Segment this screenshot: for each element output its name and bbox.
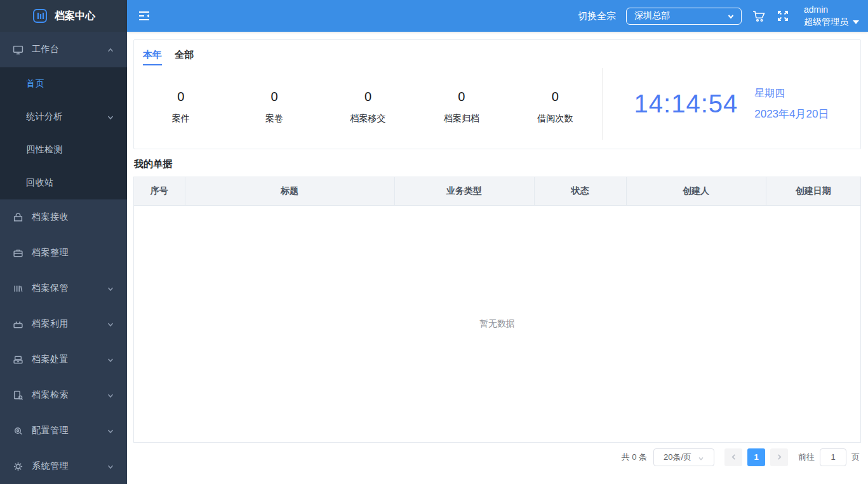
sidebar-item-label: 档案保管 (32, 283, 107, 294)
prev-page-button[interactable] (724, 448, 742, 466)
page-size-select[interactable]: 20条/页 (653, 448, 714, 466)
app-window: 档案中心 工作台 首页 (0, 0, 868, 484)
goto-page-input[interactable] (820, 448, 846, 466)
briefcase-icon (13, 248, 23, 259)
stats-row: 0 案件 0 案卷 0 档案移交 0 档案归档 (134, 65, 602, 149)
sidebar-item-archive-use[interactable]: 档案利用 (0, 306, 127, 342)
tab-this-year[interactable]: 本年 (143, 49, 162, 65)
sidebar: 档案中心 工作台 首页 (0, 0, 127, 484)
column-header-create-date: 创建日期 (766, 177, 860, 205)
page-number-1[interactable]: 1 (747, 448, 765, 466)
content: 本年 全部 0 案件 0 案卷 0 (127, 32, 868, 484)
sidebar-item-label: 首页 (26, 78, 114, 90)
caret-down-icon (853, 20, 859, 24)
chevron-down-icon (107, 113, 114, 121)
clock-panel: 14:14:54 星期四 2023年4月20日 (602, 68, 860, 140)
column-header-creator: 创建人 (626, 177, 766, 205)
org-select[interactable]: 深圳总部 (626, 8, 742, 25)
stat-borrow-count: 0 借阅次数 (509, 90, 602, 124)
sidebar-item-statistics[interactable]: 统计分析 (0, 100, 127, 133)
inbox-icon (13, 212, 23, 223)
stat-cases: 0 案件 (134, 90, 227, 124)
goto-label: 前往 (798, 452, 815, 463)
sidebar-item-recycle-bin[interactable]: 回收站 (0, 166, 127, 199)
sidebar-item-system-management[interactable]: 系统管理 (0, 448, 127, 484)
sidebar-item-label: 统计分析 (26, 111, 107, 123)
sidebar-item-label: 档案利用 (32, 318, 107, 330)
documents-section: 我的单据 序号 标题 业务类型 状态 (133, 158, 861, 472)
page-unit-label: 页 (851, 452, 860, 463)
documents-title: 我的单据 (134, 158, 861, 170)
overview-tabs: 本年 全部 (134, 40, 860, 65)
cart-icon[interactable] (752, 9, 766, 23)
stat-value: 0 (227, 90, 321, 104)
books-icon (13, 283, 23, 294)
page-size-value: 20条/页 (664, 452, 691, 463)
sidebar-item-label: 配置管理 (32, 425, 107, 436)
column-header-title: 标题 (185, 177, 394, 205)
sidebar-item-archive-disposal[interactable]: 档案处置 (0, 342, 127, 377)
sidebar-item-workbench[interactable]: 工作台 (0, 32, 127, 67)
stat-label: 档案归档 (415, 113, 508, 124)
sidebar-item-label: 档案处置 (32, 354, 107, 365)
column-header-index: 序号 (134, 177, 185, 205)
stat-label: 案件 (134, 113, 227, 124)
stat-filed: 0 档案归档 (415, 90, 508, 124)
column-header-status: 状态 (534, 177, 626, 205)
column-header-business-type: 业务类型 (394, 177, 534, 205)
chevron-down-icon (107, 462, 114, 470)
sidebar-item-four-checks[interactable]: 四性检测 (0, 133, 127, 166)
next-page-button[interactable] (770, 448, 788, 466)
stat-value: 0 (321, 90, 415, 104)
chevron-down-icon (107, 356, 114, 363)
sidebar-item-archive-search[interactable]: 档案检索 (0, 377, 127, 413)
sidebar-item-label: 回收站 (26, 177, 114, 189)
user-role: 超级管理员 (804, 16, 848, 28)
username: admin (804, 4, 859, 16)
drawer-icon (13, 354, 23, 365)
sidebar-item-label: 档案整理 (32, 247, 114, 259)
sidebar-item-home[interactable]: 首页 (0, 67, 127, 100)
doc-search-icon (13, 390, 23, 401)
stat-value: 0 (509, 90, 602, 104)
main-area: 切换全宗 深圳总部 (127, 0, 868, 484)
sidebar-item-label: 档案检索 (32, 389, 107, 401)
chevron-down-icon (727, 12, 735, 20)
chevron-down-icon (107, 391, 114, 399)
documents-table: 序号 标题 业务类型 状态 创建人 创建日期 暂无数据 (133, 177, 861, 443)
config-search-icon (13, 426, 23, 436)
sidebar-item-config-management[interactable]: 配置管理 (0, 413, 127, 448)
empty-text: 暂无数据 (479, 318, 515, 330)
chevron-down-icon (698, 454, 704, 460)
stat-label: 案卷 (227, 113, 321, 124)
overview-card: 本年 全部 0 案件 0 案卷 0 (133, 39, 861, 149)
switch-archive-label: 切换全宗 (578, 10, 616, 22)
sidebar-item-label: 工作台 (32, 44, 107, 55)
stat-label: 档案移交 (321, 113, 415, 124)
app-logo: 档案中心 (0, 0, 127, 32)
sidebar-item-label: 四性检测 (26, 144, 114, 156)
stat-value: 0 (134, 90, 227, 104)
gear-icon (13, 461, 23, 472)
sidebar-item-archive-storage[interactable]: 档案保管 (0, 271, 127, 306)
chevron-down-icon (107, 285, 114, 292)
chevron-down-icon (107, 320, 114, 328)
pagination: 共 0 条 20条/页 1 (133, 443, 861, 472)
tab-all[interactable]: 全部 (175, 49, 194, 65)
sidebar-menu: 工作台 首页 统计分析 四性检测 (0, 32, 127, 484)
toolbox-icon (13, 319, 23, 330)
pagination-total: 共 0 条 (622, 452, 647, 463)
fullscreen-icon[interactable] (776, 9, 790, 23)
sidebar-item-archive-receive[interactable]: 档案接收 (0, 199, 127, 235)
stat-transfers: 0 档案移交 (321, 90, 415, 124)
clock-time: 14:14:54 (634, 90, 738, 118)
sidebar-item-archive-organize[interactable]: 档案整理 (0, 235, 127, 271)
table-empty-state: 暂无数据 (134, 206, 860, 442)
monitor-icon (13, 44, 23, 55)
topbar: 切换全宗 深圳总部 (127, 0, 868, 32)
stat-value: 0 (415, 90, 508, 104)
chevron-down-icon (107, 427, 114, 434)
menu-fold-icon[interactable] (137, 9, 151, 23)
clock-date: 2023年4月20日 (754, 107, 829, 121)
user-menu[interactable]: admin 超级管理员 (804, 4, 859, 28)
